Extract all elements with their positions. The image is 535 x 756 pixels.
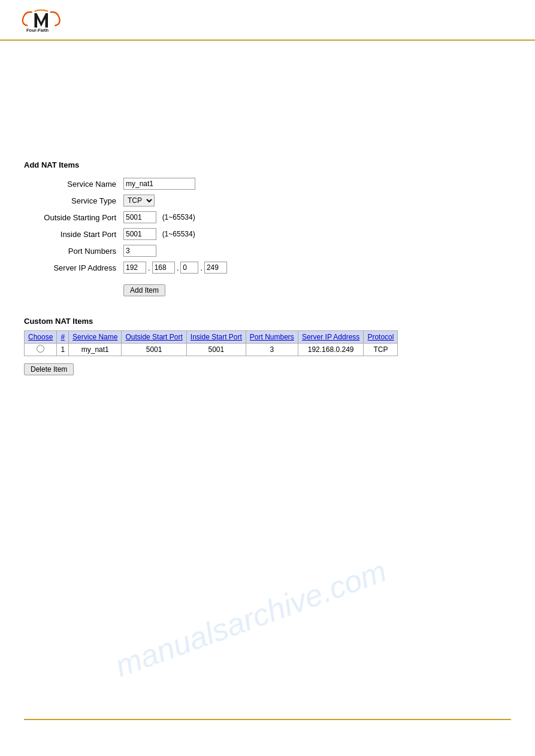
nat-table-header-row: Choose # Service Name Outside Start Port…: [25, 331, 398, 344]
header: Four-Faith: [0, 0, 535, 41]
outside-port-input[interactable]: [123, 211, 156, 223]
col-choose[interactable]: Choose: [25, 331, 57, 344]
server-ip-label: Server IP Address: [24, 259, 120, 276]
port-numbers-row: Port Numbers: [24, 242, 231, 259]
outside-port-hint: (1~65534): [162, 213, 195, 221]
row-num: 1: [57, 344, 69, 356]
custom-nat-section: Custom NAT Items Choose # Service Name O…: [24, 317, 511, 375]
nat-table-body: 1 my_nat1 5001 5001 3 192.168.0.249 TCP: [25, 344, 398, 356]
service-name-row: Service Name: [24, 175, 231, 192]
port-numbers-label: Port Numbers: [24, 242, 120, 259]
inside-port-label: Inside Start Port: [24, 226, 120, 242]
row-choose: [25, 344, 57, 356]
row-radio[interactable]: [37, 345, 44, 353]
add-nat-form: Service Name Service Type TCP UDP Both: [24, 175, 231, 299]
row-port-numbers: 3: [246, 344, 298, 356]
footer-line: [24, 719, 511, 720]
outside-port-row: Outside Starting Port (1~65534): [24, 209, 231, 226]
add-nat-title: Add NAT Items: [24, 160, 511, 169]
col-service-name[interactable]: Service Name: [69, 331, 122, 344]
add-item-button[interactable]: Add Item: [123, 284, 165, 296]
col-protocol[interactable]: Protocol: [364, 331, 398, 344]
inside-port-hint: (1~65534): [162, 230, 195, 238]
service-name-input[interactable]: [123, 178, 195, 190]
nat-table-head: Choose # Service Name Outside Start Port…: [25, 331, 398, 344]
row-outside-port: 5001: [122, 344, 186, 356]
port-numbers-input[interactable]: [123, 245, 156, 257]
logo: Four-Faith: [12, 6, 66, 36]
col-num[interactable]: #: [57, 331, 69, 344]
service-type-row: Service Type TCP UDP Both: [24, 192, 231, 209]
table-row: 1 my_nat1 5001 5001 3 192.168.0.249 TCP: [25, 344, 398, 356]
svg-text:Four-Faith: Four-Faith: [26, 28, 49, 33]
ip-octet-2[interactable]: [152, 262, 175, 274]
row-server-ip: 192.168.0.249: [298, 344, 364, 356]
add-nat-section: Add NAT Items Service Name Service Type …: [24, 160, 511, 299]
col-inside-start-port[interactable]: Inside Start Port: [186, 331, 246, 344]
outside-port-label: Outside Starting Port: [24, 209, 120, 226]
custom-nat-title: Custom NAT Items: [24, 317, 511, 326]
logo-icon: Four-Faith: [12, 6, 66, 36]
server-ip-row: Server IP Address . . .: [24, 259, 231, 276]
ip-octet-4[interactable]: [204, 262, 227, 274]
row-protocol: TCP: [364, 344, 398, 356]
ip-octet-1[interactable]: [123, 262, 146, 274]
main-content: Add NAT Items Service Name Service Type …: [0, 148, 535, 387]
inside-port-input[interactable]: [123, 228, 156, 240]
ip-address-group: . . .: [123, 262, 227, 274]
delete-item-button[interactable]: Delete Item: [24, 363, 74, 375]
delete-item-container: Delete Item: [24, 360, 511, 375]
service-type-label: Service Type: [24, 192, 120, 209]
add-item-row: Add Item: [24, 276, 231, 299]
inside-port-row: Inside Start Port (1~65534): [24, 226, 231, 242]
service-name-label: Service Name: [24, 175, 120, 192]
col-server-ip[interactable]: Server IP Address: [298, 331, 364, 344]
ip-octet-3[interactable]: [180, 262, 198, 274]
row-service-name: my_nat1: [69, 344, 122, 356]
nat-table: Choose # Service Name Outside Start Port…: [24, 330, 398, 356]
col-port-numbers[interactable]: Port Numbers: [246, 331, 298, 344]
watermark: manualsarchive.com: [110, 552, 391, 684]
row-inside-port: 5001: [186, 344, 246, 356]
col-outside-start-port[interactable]: Outside Start Port: [122, 331, 186, 344]
service-type-select[interactable]: TCP UDP Both: [123, 195, 155, 207]
